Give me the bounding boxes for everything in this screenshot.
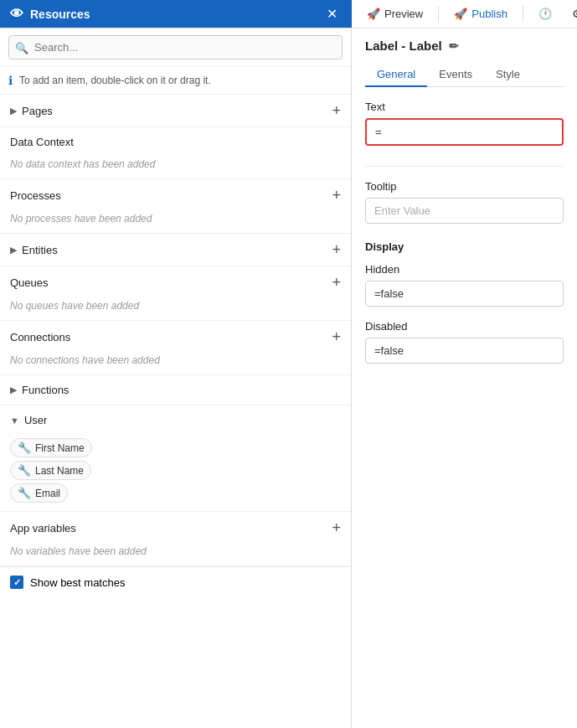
panel-title: Resources — [30, 8, 90, 21]
eye-icon: 👁 — [10, 7, 23, 22]
hidden-field-input[interactable] — [365, 281, 564, 307]
entities-label: Entities — [22, 244, 58, 256]
pages-label: Pages — [22, 105, 53, 117]
data-context-empty: No data context has been added — [0, 157, 351, 178]
section-entities: ▶ Entities + — [0, 234, 351, 266]
widget-title-row: Label - Label ✏ — [365, 39, 564, 53]
app-variables-label: App variables — [10, 522, 76, 534]
processes-empty: No processes have been added — [0, 211, 351, 233]
connections-header[interactable]: Connections + — [0, 321, 351, 353]
tab-style[interactable]: Style — [484, 63, 532, 87]
data-context-header[interactable]: Data Context — [0, 127, 351, 157]
user-label: User — [24, 414, 47, 426]
tab-general[interactable]: General — [365, 63, 427, 87]
processes-add-button[interactable]: + — [332, 188, 341, 203]
gear-icon: ⚙ — [572, 8, 577, 20]
section-functions: ▶ Functions — [0, 375, 351, 405]
divider1 — [365, 166, 564, 167]
queues-header[interactable]: Queues + — [0, 266, 351, 298]
user-header[interactable]: ▼ User — [0, 405, 351, 435]
left-panel: 🔍 ℹ To add an item, double-click on it o… — [0, 28, 352, 728]
show-best-matches-label: Show best matches — [30, 576, 125, 589]
publish-icon: 🚀 — [454, 8, 467, 20]
search-bar: 🔍 — [0, 28, 351, 67]
close-button[interactable]: ✕ — [322, 4, 342, 24]
section-app-variables: App variables + No variables have been a… — [0, 512, 351, 566]
disabled-field-label: Disabled — [365, 320, 564, 333]
search-input[interactable] — [8, 35, 343, 59]
queues-empty: No queues have been added — [0, 298, 351, 320]
widget-title: Label - Label — [365, 39, 442, 53]
info-icon: ℹ — [8, 74, 13, 87]
property-tabs: General Events Style — [365, 63, 564, 87]
pages-add-button[interactable]: + — [332, 103, 341, 118]
hidden-field-label: Hidden — [365, 263, 564, 276]
user-first-name-label: First Name — [35, 442, 85, 454]
section-queues: Queues + No queues have been added — [0, 266, 351, 321]
tooltip-field-input[interactable] — [365, 198, 564, 224]
info-text: To add an item, double-click on it or dr… — [19, 75, 211, 86]
entities-add-button[interactable]: + — [332, 242, 341, 257]
search-wrapper: 🔍 — [8, 35, 343, 59]
panel-body: ▶ Pages + Data Context No data context h… — [0, 95, 351, 728]
pages-header[interactable]: ▶ Pages + — [0, 95, 351, 126]
show-best-matches-checkbox[interactable] — [10, 576, 23, 589]
separator — [438, 6, 439, 23]
display-section-title: Display — [365, 240, 564, 253]
search-icon: 🔍 — [15, 41, 28, 54]
connections-add-button[interactable]: + — [332, 329, 341, 344]
resources-panel-header: 👁 Resources ✕ — [0, 0, 352, 28]
user-last-name-label: Last Name — [35, 465, 84, 477]
section-data-context: Data Context No data context has been ad… — [0, 127, 351, 179]
top-bar: 👁 Resources ✕ 🚀 Preview 🚀 Publish 🕐 ⚙ — [0, 0, 577, 28]
user-tag-icon3: 🔧 — [18, 487, 31, 499]
separator2 — [523, 6, 523, 23]
disabled-field-group: Disabled — [365, 320, 564, 364]
section-pages: ▶ Pages + — [0, 95, 351, 127]
connections-empty: No connections have been added — [0, 353, 351, 374]
text-field-label: Text — [365, 101, 564, 113]
main-content: 🔍 ℹ To add an item, double-click on it o… — [0, 28, 577, 728]
preview-button[interactable]: 🚀 Preview — [358, 4, 431, 23]
settings-button[interactable]: ⚙ — [564, 4, 577, 23]
chevron-right-icon3: ▶ — [10, 385, 17, 395]
user-email-tag[interactable]: 🔧 Email — [10, 483, 68, 503]
app-variables-empty: No variables have been added — [0, 544, 351, 565]
section-processes: Processes + No processes have been added — [0, 179, 351, 234]
processes-label: Processes — [10, 189, 61, 202]
user-first-name-tag[interactable]: 🔧 First Name — [10, 438, 92, 457]
hidden-field-group: Hidden — [365, 263, 564, 307]
data-context-label: Data Context — [10, 136, 74, 148]
history-button[interactable]: 🕐 — [530, 4, 560, 23]
tooltip-field-group: Tooltip — [365, 180, 564, 224]
show-best-matches[interactable]: Show best matches — [0, 566, 351, 597]
user-email-label: Email — [35, 488, 60, 499]
info-bar: ℹ To add an item, double-click on it or … — [0, 67, 351, 95]
tab-events[interactable]: Events — [427, 63, 484, 87]
preview-icon: 🚀 — [367, 8, 380, 20]
section-connections: Connections + No connections have been a… — [0, 321, 351, 375]
functions-header[interactable]: ▶ Functions — [0, 375, 351, 405]
chevron-right-icon: ▶ — [10, 106, 17, 116]
text-field-input[interactable] — [365, 118, 564, 146]
text-field-group: Text — [365, 101, 564, 146]
app-variables-header[interactable]: App variables + — [0, 512, 351, 544]
user-items: 🔧 First Name 🔧 Last Name 🔧 Email — [0, 435, 351, 511]
user-last-name-tag[interactable]: 🔧 Last Name — [10, 461, 91, 480]
chevron-right-icon2: ▶ — [10, 245, 17, 256]
top-bar-actions: 🚀 Preview 🚀 Publish 🕐 ⚙ — [352, 4, 577, 23]
user-tag-icon1: 🔧 — [18, 441, 31, 454]
publish-button[interactable]: 🚀 Publish — [446, 4, 516, 23]
queues-add-button[interactable]: + — [332, 275, 341, 290]
disabled-field-input[interactable] — [365, 338, 564, 364]
queues-label: Queues — [10, 276, 49, 289]
entities-header[interactable]: ▶ Entities + — [0, 234, 351, 266]
processes-header[interactable]: Processes + — [0, 179, 351, 211]
tooltip-field-label: Tooltip — [365, 180, 564, 193]
edit-icon[interactable]: ✏ — [449, 39, 459, 53]
connections-label: Connections — [10, 331, 70, 343]
app-variables-add-button[interactable]: + — [332, 520, 341, 535]
chevron-down-icon: ▼ — [10, 416, 19, 426]
section-user: ▼ User 🔧 First Name 🔧 Last Name 🔧 — [0, 405, 351, 512]
history-icon: 🕐 — [538, 8, 552, 20]
